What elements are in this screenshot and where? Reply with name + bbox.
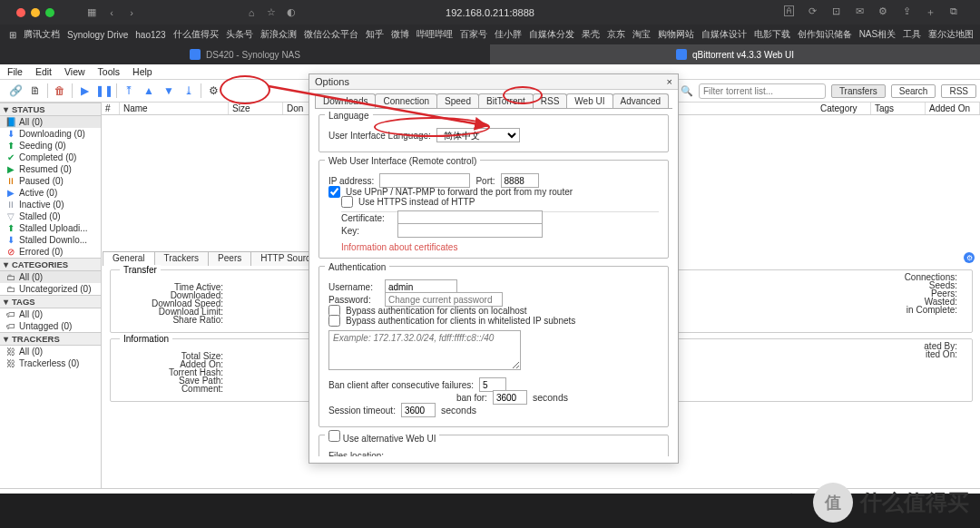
col-tags[interactable]: Tags	[871, 103, 926, 114]
bookmark-item[interactable]: 百家号	[460, 28, 487, 41]
bypass-whitelist-checkbox[interactable]	[328, 315, 340, 327]
sidebar-item[interactable]: ▶Resumed (0)	[0, 163, 101, 175]
nav-forward-icon[interactable]: ›	[122, 7, 142, 18]
sidebar-toggle-icon[interactable]: ▦	[82, 6, 102, 18]
port-input[interactable]	[501, 173, 539, 188]
col-added[interactable]: Added On	[926, 103, 980, 114]
bookmark-item[interactable]: 佳小胖	[495, 28, 522, 41]
sidebar-item[interactable]: ⏸Paused (0)	[0, 175, 101, 187]
bookmark-icon[interactable]: ☆	[261, 6, 281, 18]
shield-icon[interactable]: ◐	[281, 6, 301, 18]
sidebar-item[interactable]: ▶Active (0)	[0, 187, 101, 199]
banfor-input[interactable]	[493, 390, 527, 405]
bookmark-item[interactable]: 自媒体分发	[529, 28, 574, 41]
resume-icon[interactable]: ▶	[74, 82, 94, 100]
move-bottom-icon[interactable]: ⤓	[179, 82, 199, 100]
sidebar-item[interactable]: ✔Completed (0)	[0, 152, 101, 163]
settings-icon[interactable]: ⚙	[873, 5, 893, 19]
bookmark-item[interactable]: hao123	[135, 30, 165, 40]
move-top-icon[interactable]: ⤒	[119, 82, 139, 100]
col-size[interactable]: Size	[229, 103, 283, 114]
add-file-icon[interactable]: 🗎	[25, 82, 45, 100]
browser-tab-qbittorrent[interactable]: qBittorrent v4.3.3 Web UI	[490, 44, 980, 64]
tabs-icon[interactable]: ⧉	[944, 5, 964, 19]
sidebar-item[interactable]: 🗀Uncategorized (0)	[0, 283, 101, 295]
sidebar-item[interactable]: ⏸Inactive (0)	[0, 199, 101, 210]
pause-icon[interactable]: ❚❚	[94, 82, 114, 100]
delete-icon[interactable]: 🗑	[50, 82, 70, 100]
alt-webui-checkbox[interactable]	[328, 430, 340, 442]
tab-rss[interactable]: RSS	[941, 84, 976, 98]
tags-header[interactable]: ▾ TAGS	[0, 295, 101, 308]
session-timeout-input[interactable]	[401, 403, 436, 417]
close-window[interactable]	[16, 8, 25, 17]
col-name[interactable]: Name	[120, 103, 229, 114]
translate-icon[interactable]: 🄰	[779, 5, 799, 19]
bookmark-item[interactable]: 京东	[607, 28, 625, 41]
window-controls[interactable]	[16, 8, 54, 17]
reload-icon[interactable]: ⟳	[802, 5, 822, 19]
menu-help[interactable]: Help	[132, 66, 152, 77]
browser-tab-synology[interactable]: DS420 - Synology NAS	[0, 44, 490, 64]
sidebar-item[interactable]: ▽Stalled (0)	[0, 210, 101, 222]
move-up-icon[interactable]: ▲	[139, 82, 159, 100]
downloads-icon[interactable]: ⊡	[826, 5, 846, 19]
menu-file[interactable]: File	[7, 66, 23, 77]
trackers-header[interactable]: ▾ TRACKERS	[0, 332, 101, 346]
status-header[interactable]: ▾ STATUS	[0, 103, 101, 116]
menu-edit[interactable]: Edit	[35, 66, 52, 77]
bookmark-item[interactable]: 什么值得买	[173, 28, 219, 41]
upnp-checkbox[interactable]	[328, 186, 340, 198]
move-down-icon[interactable]: ▼	[159, 82, 179, 100]
preferences-icon[interactable]: ⚙	[203, 82, 223, 100]
bookmark-item[interactable]: 创作知识储备	[798, 28, 852, 41]
options-tab-bittorrent[interactable]: BitTorrent	[478, 93, 534, 108]
bookmark-item[interactable]: 新浪众测	[260, 28, 297, 41]
nav-back-icon[interactable]: ‹	[102, 7, 122, 18]
sidebar-item[interactable]: 📘All (0)	[0, 116, 101, 128]
categories-header[interactable]: ▾ CATEGORIES	[0, 258, 101, 271]
https-checkbox[interactable]	[341, 196, 353, 208]
detail-tab-peers[interactable]: Peers	[208, 251, 251, 266]
apps-icon[interactable]: ⊞	[9, 30, 16, 40]
options-tab-rss[interactable]: RSS	[533, 93, 568, 108]
dialog-titlebar[interactable]: Options ×	[309, 74, 678, 90]
tab-transfers[interactable]: Transfers	[831, 84, 886, 98]
add-link-icon[interactable]: 🔗	[5, 82, 25, 100]
bookmark-item[interactable]: NAS相关	[859, 28, 897, 41]
bookmark-item[interactable]: 果壳	[582, 28, 600, 41]
sidebar-item[interactable]: ⊘Errored (0)	[0, 246, 101, 258]
whitelist-textarea[interactable]	[328, 330, 521, 370]
bookmark-item[interactable]: 塞尔达地图	[928, 28, 974, 41]
bookmark-item[interactable]: 淘宝	[632, 28, 651, 41]
ip-input[interactable]	[379, 173, 470, 188]
bookmark-item[interactable]: Synology Drive	[67, 30, 128, 40]
sidebar-item[interactable]: ⬆Stalled Uploadi...	[0, 222, 101, 234]
bookmark-item[interactable]: 微博	[391, 28, 409, 41]
col-category[interactable]: Category	[817, 103, 871, 114]
options-tab-speed[interactable]: Speed	[436, 93, 479, 108]
sidebar-item[interactable]: ⬆Seeding (0)	[0, 140, 101, 152]
bookmark-item[interactable]: 购物网站	[658, 28, 694, 41]
bookmark-item[interactable]: 电影下载	[754, 28, 790, 41]
options-tab-advanced[interactable]: Advanced	[612, 93, 669, 108]
bookmark-item[interactable]: 知乎	[366, 28, 384, 41]
close-icon[interactable]: ×	[667, 76, 672, 87]
options-tab-webui[interactable]: Web UI	[566, 93, 612, 108]
menu-view[interactable]: View	[64, 66, 85, 77]
sidebar-item[interactable]: ⛓Trackerless (0)	[0, 357, 101, 369]
options-tab-downloads[interactable]: Downloads	[315, 93, 376, 108]
cert-info-link[interactable]: Information about certificates	[341, 242, 457, 252]
col-done[interactable]: Don	[283, 103, 310, 114]
home-icon[interactable]: ⌂	[241, 7, 261, 18]
search-icon[interactable]: 🔍	[681, 85, 693, 97]
bookmark-item[interactable]: 腾讯文档	[24, 28, 60, 41]
bookmark-item[interactable]: 工具	[903, 28, 921, 41]
bookmark-item[interactable]: 自媒体设计	[701, 28, 747, 41]
bookmark-item[interactable]: 微信公众平台	[304, 28, 358, 41]
reader-icon[interactable]: ✉	[849, 5, 869, 19]
sidebar-item[interactable]: 🗀All (0)	[0, 271, 101, 283]
sidebar-item[interactable]: ⬇Downloading (0)	[0, 128, 101, 140]
language-select[interactable]: 简体中文	[436, 128, 520, 142]
sidebar-item[interactable]: ⛓All (0)	[0, 346, 101, 357]
